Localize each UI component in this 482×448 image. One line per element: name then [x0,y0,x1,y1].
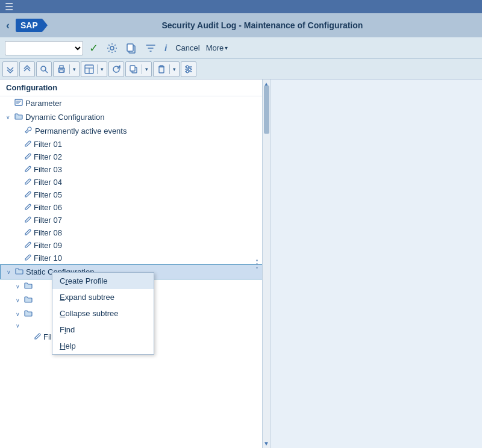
copy-button[interactable] [124,42,139,55]
more-label: More [206,43,224,52]
delete-dropdown[interactable]: ▾ [170,62,179,76]
tree-item-label: Dynamic Configuration [25,113,105,122]
toolbar-select[interactable] [5,41,83,55]
list-item[interactable]: Permanently active events [0,124,271,138]
main-content: Configuration Parameter ∨ [0,79,482,448]
tree-panel: Configuration Parameter ∨ [0,79,271,448]
list-item[interactable]: Filter 05 [0,188,271,201]
list-item[interactable]: ∨ Dynamic Configuration [0,110,271,124]
more-chevron-icon: ▾ [225,45,228,51]
list-item[interactable]: Filter 09 [0,239,271,252]
copy2-dropdown[interactable]: ▾ [142,62,151,76]
wrench-icon [24,126,33,136]
cancel-button[interactable]: Cancel [173,42,202,54]
svg-rect-7 [60,70,63,72]
list-item[interactable]: Filter 01 [0,138,271,151]
layout-button[interactable] [81,62,97,76]
tree-item-label: Parameter [25,99,62,108]
expand-icon: ∨ [7,269,14,275]
expand-icon: ∨ [6,114,13,120]
copy2-group: ▾ [125,61,152,77]
expand-all-button[interactable] [2,61,18,77]
back-button[interactable]: ‹ [6,19,10,32]
tree-item-label: Filter 03 [34,165,62,174]
sap-logo-text: SAP [20,20,38,30]
sap-logo: SAP [16,19,43,32]
secondary-toolbar: ▾ ▾ ▾ [0,59,482,79]
edit-icon [24,165,31,174]
search-button[interactable] [36,61,52,77]
folder-icon [24,309,33,319]
folder-icon [24,281,33,291]
list-item[interactable]: Filter 10 [0,252,271,264]
context-menu-item-create-profile[interactable]: Create Profile [52,273,154,289]
list-item[interactable]: Filter 07 [0,214,271,226]
edit-icon [24,140,31,149]
expand-icon: ∨ [16,323,23,329]
copy2-button[interactable] [126,62,142,76]
delete-group: ▾ [153,61,180,77]
tree-scrollbar[interactable]: ▲ ▼ [262,79,271,448]
tree-item-label: Filter 01 [34,140,62,149]
svg-line-4 [45,70,48,73]
delete-button[interactable] [154,62,169,76]
edit-icon [24,190,31,199]
context-menu-item-help[interactable]: Help [52,338,154,354]
list-item[interactable]: Filter 06 [0,201,271,214]
tree-header: Configuration [0,79,271,96]
list-item[interactable]: Filter 03 [0,163,271,176]
folder-icon [24,295,33,305]
print-group: ▾ [53,61,80,77]
scroll-down-arrow[interactable]: ▼ [262,440,271,447]
folder-icon [14,112,23,122]
right-panel [271,79,482,448]
edit-icon [24,152,31,161]
expand-icon: ∨ [16,297,23,303]
expand-icon: ∨ [16,284,23,290]
page-title: Security Audit Log - Maintenance of Conf… [49,20,476,30]
context-menu-item-expand-subtree[interactable]: Expand subtree [52,289,154,305]
context-menu-item-find[interactable]: Find [52,322,154,338]
list-item[interactable]: Parameter [0,96,271,110]
tree-item-label: Permanently active events [35,126,127,135]
edit-icon [24,178,31,187]
hamburger-icon[interactable]: ☰ [5,1,13,13]
list-item[interactable]: Filter 04 [0,176,271,188]
drag-dot [256,267,258,269]
svg-rect-13 [159,67,164,73]
tree-item-label: Filter 10 [34,254,62,263]
list-item[interactable]: Filter 08 [0,226,271,239]
tree-item-label: Filter 04 [34,178,62,187]
more-button[interactable]: More ▾ [206,43,228,52]
tree-item-label: Filter 06 [34,203,62,212]
edit-icon [24,254,31,263]
drag-handle[interactable] [255,255,258,273]
underline-char: E [60,293,65,302]
info-button[interactable]: i [162,42,169,54]
print-button[interactable] [54,62,69,76]
refresh-button[interactable] [108,61,124,77]
svg-point-19 [186,70,189,73]
svg-point-0 [110,46,114,50]
list-item[interactable]: Filter 02 [0,151,271,163]
context-menu-item-collapse-subtree[interactable]: Collapse subtree [52,305,154,322]
tree-item-label: Filter 08 [34,228,62,237]
scroll-thumb[interactable] [264,86,269,134]
svg-point-17 [186,66,189,68]
expand-icon: ∨ [16,311,23,317]
main-toolbar: ✓ i Cancel More ▾ [0,37,482,59]
underline-char: C [60,309,65,318]
collapse-all-button[interactable] [19,61,35,77]
filter-button[interactable] [143,42,158,55]
underline-char: H [60,341,65,350]
options-button[interactable] [181,61,196,77]
print-dropdown[interactable]: ▾ [70,62,79,76]
underline-char: i [64,325,66,334]
layout-dropdown[interactable]: ▾ [98,62,107,76]
edit-icon [24,241,31,250]
tree-body[interactable]: Parameter ∨ Dynamic Configuration [0,96,271,447]
settings-button[interactable] [104,42,120,55]
drag-dot [256,263,258,265]
check-button[interactable]: ✓ [87,40,101,56]
edit-icon [24,228,31,237]
